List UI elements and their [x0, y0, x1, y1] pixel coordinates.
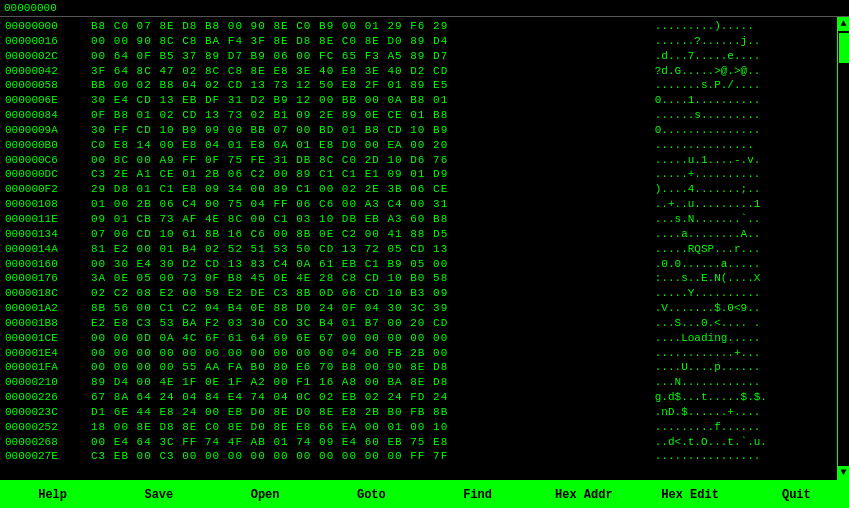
table-row: 0000023CD1 6E 44 E8 24 00 EB D0 8E D0 8E…	[4, 405, 833, 420]
ascii-cell: 0....1..........	[654, 93, 833, 108]
hex-cell[interactable]: 67 8A 64 24 04 84 E4 74 04 0C 02 EB 02 2…	[90, 390, 654, 405]
address-cell: 000001CE	[4, 331, 90, 346]
table-row: 0000009A30 FF CD 10 B9 09 00 BB 07 00 BD…	[4, 123, 833, 138]
ascii-cell: ....Loading.....	[654, 331, 833, 346]
address-cell: 00000134	[4, 227, 90, 242]
table-row: 000000DCC3 2E A1 CE 01 2B 06 C2 00 89 C1…	[4, 167, 833, 182]
hex-cell[interactable]: C0 E8 14 00 E8 04 01 E8 0A 01 E8 D0 00 E…	[90, 138, 654, 153]
ascii-cell: .0.0......a.....	[654, 257, 833, 272]
address-cell: 0000023C	[4, 405, 90, 420]
hex-cell[interactable]: E2 E8 C3 53 BA F2 03 30 CO 3C B4 01 B7 0…	[90, 316, 654, 331]
hex-cell[interactable]: C3 EB 00 C3 00 00 00 00 00 00 00 00 00 0…	[90, 449, 654, 464]
hex-cell[interactable]: 00 00 00 00 00 00 00 00 00 00 00 04 00 F…	[90, 346, 654, 361]
address-cell: 000001FA	[4, 360, 90, 375]
ascii-cell: ...N............	[654, 375, 833, 390]
address-cell: 000000DC	[4, 167, 90, 182]
table-row: 0000027EC3 EB 00 C3 00 00 00 00 00 00 00…	[4, 449, 833, 464]
ascii-cell: .V.......$.0<9..	[654, 301, 833, 316]
address-cell: 00000268	[4, 435, 90, 450]
address-cell: 00000058	[4, 78, 90, 93]
table-row: 000000423F 64 8C 47 02 8C C8 8E E8 3E 40…	[4, 64, 833, 79]
ascii-cell: ................	[654, 449, 833, 464]
table-row: 000000B0C0 E8 14 00 E8 04 01 E8 0A 01 E8…	[4, 138, 833, 153]
table-row: 0000018C02 C2 08 E2 00 59 E2 DE C3 8B 0D…	[4, 286, 833, 301]
hex-cell[interactable]: 29 D8 01 C1 E8 09 34 00 89 C1 00 02 2E 3…	[90, 182, 654, 197]
goto-button[interactable]: Goto	[319, 481, 425, 508]
table-row: 0000026800 E4 64 3C FF 74 4F AB 01 74 09…	[4, 435, 833, 450]
scrollbar[interactable]: ▲ ▼	[837, 17, 849, 480]
scroll-up-button[interactable]: ▲	[838, 17, 849, 31]
ascii-cell: ...............	[654, 138, 833, 153]
table-row: 000001E400 00 00 00 00 00 00 00 00 00 00…	[4, 346, 833, 361]
table-row: 0000013407 00 CD 10 61 8B 16 C6 00 8B 0E…	[4, 227, 833, 242]
ascii-cell: .....u.1....-.v.	[654, 153, 833, 168]
hex-cell[interactable]: 00 00 0D 0A 4C 6F 61 64 69 6E 67 00 00 0…	[90, 331, 654, 346]
table-row: 000000840F B8 01 02 CD 13 73 02 B1 09 2E…	[4, 108, 833, 123]
scroll-down-button[interactable]: ▼	[838, 466, 849, 480]
hex-cell[interactable]: D1 6E 44 E8 24 00 EB D0 8E D0 8E E8 2B B…	[90, 405, 654, 420]
ascii-cell: ............+...	[654, 346, 833, 361]
hex-cell[interactable]: 00 8C 00 A9 FF 0F 75 FE 31 DB 8C C0 2D 1…	[90, 153, 654, 168]
table-row: 000001FA00 00 00 00 55 AA FA B0 80 E6 70…	[4, 360, 833, 375]
status-bar: HelpSaveOpenGotoFindHex AddrHex EditQuit	[0, 480, 849, 508]
table-row: 0000001600 00 90 8C C8 BA F4 3F 8E D8 8E…	[4, 34, 833, 49]
table-row: 0000025218 00 8E D8 8E C0 8E D0 8E E8 66…	[4, 420, 833, 435]
hex-cell[interactable]: 3A 0E 05 00 73 0F B8 45 0E 4E 28 C8 CD 1…	[90, 271, 654, 286]
ascii-cell: )....4.......;..	[654, 182, 833, 197]
address-cell: 00000252	[4, 420, 90, 435]
hex-cell[interactable]: 00 30 E4 30 D2 CD 13 83 C4 0A 61 EB C1 B…	[90, 257, 654, 272]
hex-cell[interactable]: C3 2E A1 CE 01 2B 06 C2 00 89 C1 C1 E1 0…	[90, 167, 654, 182]
address-cell: 00000108	[4, 197, 90, 212]
hex-table: 00000000B8 C0 07 8E D8 B8 00 90 8E C0 B9…	[4, 19, 833, 464]
hex-cell[interactable]: B8 C0 07 8E D8 B8 00 90 8E C0 B9 00 01 2…	[90, 19, 654, 34]
ascii-cell: ......?......j..	[654, 34, 833, 49]
hex-cell[interactable]: 00 64 0F B5 37 89 D7 B9 06 00 FC 65 F3 A…	[90, 49, 654, 64]
hex-cell[interactable]: 0F B8 01 02 CD 13 73 02 B1 09 2E 89 0E C…	[90, 108, 654, 123]
address-cell: 000001B8	[4, 316, 90, 331]
table-row: 00000000B8 C0 07 8E D8 B8 00 90 8E C0 B9…	[4, 19, 833, 34]
hex-edit-button[interactable]: Hex Edit	[638, 481, 744, 508]
hex-cell[interactable]: 81 E2 00 01 B4 02 52 51 53 50 CD 13 72 0…	[90, 242, 654, 257]
open-button[interactable]: Open	[213, 481, 319, 508]
quit-button[interactable]: Quit	[744, 481, 849, 508]
address-cell: 000000B0	[4, 138, 90, 153]
hex-cell[interactable]: 01 00 2B 06 C4 00 75 04 FF 06 C6 00 A3 C…	[90, 197, 654, 212]
table-row: 0000002C00 64 0F B5 37 89 D7 B9 06 00 FC…	[4, 49, 833, 64]
ascii-cell: ?d.G.....>@.>@..	[654, 64, 833, 79]
hex-cell[interactable]: 00 00 90 8C C8 BA F4 3F 8E D8 8E C0 8E D…	[90, 34, 654, 49]
address-cell: 0000014A	[4, 242, 90, 257]
hex-cell[interactable]: 18 00 8E D8 8E C0 8E D0 8E E8 66 EA 00 0…	[90, 420, 654, 435]
ascii-cell: .....RQSP...r...	[654, 242, 833, 257]
table-row: 000001CE00 00 0D 0A 4C 6F 61 64 69 6E 67…	[4, 331, 833, 346]
hex-cell[interactable]: 00 E4 64 3C FF 74 4F AB 01 74 09 E4 60 E…	[90, 435, 654, 450]
hex-cell[interactable]: 00 00 00 00 55 AA FA B0 80 E6 70 B8 00 9…	[90, 360, 654, 375]
ascii-cell: ..+..u.........1	[654, 197, 833, 212]
ascii-cell: .........).....	[654, 19, 833, 34]
hex-cell[interactable]: 09 01 CB 73 AF 4E 8C 00 C1 03 10 DB EB A…	[90, 212, 654, 227]
hex-cell[interactable]: 30 E4 CD 13 EB DF 31 D2 B9 12 00 BB 00 0…	[90, 93, 654, 108]
hex-addr-button[interactable]: Hex Addr	[531, 481, 637, 508]
ascii-cell: .........f......	[654, 420, 833, 435]
ascii-cell: .nD.$......+....	[654, 405, 833, 420]
hex-cell[interactable]: 89 D4 00 4E 1F 0E 1F A2 00 F1 16 A8 00 B…	[90, 375, 654, 390]
table-row: 0000010801 00 2B 06 C4 00 75 04 FF 06 C6…	[4, 197, 833, 212]
ascii-cell: ....U....p......	[654, 360, 833, 375]
save-button[interactable]: Save	[106, 481, 212, 508]
hex-cell[interactable]: 3F 64 8C 47 02 8C C8 8E E8 3E 40 E8 3E 4…	[90, 64, 654, 79]
help-button[interactable]: Help	[0, 481, 106, 508]
hex-cell[interactable]: 8B 56 00 C1 C2 04 B4 0E 88 D0 24 0F 04 3…	[90, 301, 654, 316]
address-cell: 00000084	[4, 108, 90, 123]
address-cell: 00000176	[4, 271, 90, 286]
address-cell: 00000042	[4, 64, 90, 79]
find-button[interactable]: Find	[425, 481, 531, 508]
scroll-thumb[interactable]	[839, 33, 849, 63]
table-row: 000000F229 D8 01 C1 E8 09 34 00 89 C1 00…	[4, 182, 833, 197]
hex-cell[interactable]: 02 C2 08 E2 00 59 E2 DE C3 8B 0D 06 CD 1…	[90, 286, 654, 301]
address-cell: 000001E4	[4, 346, 90, 361]
ascii-cell: g.d$...t.....$.$.	[654, 390, 833, 405]
hex-cell[interactable]: 07 00 CD 10 61 8B 16 C6 00 8B 0E C2 00 4…	[90, 227, 654, 242]
hex-cell[interactable]: BB 00 02 B8 04 02 CD 13 73 12 50 E8 2F 0…	[90, 78, 654, 93]
table-row: 000001A28B 56 00 C1 C2 04 B4 0E 88 D0 24…	[4, 301, 833, 316]
hex-cell[interactable]: 30 FF CD 10 B9 09 00 BB 07 00 BD 01 B8 C…	[90, 123, 654, 138]
address-cell: 0000006E	[4, 93, 90, 108]
